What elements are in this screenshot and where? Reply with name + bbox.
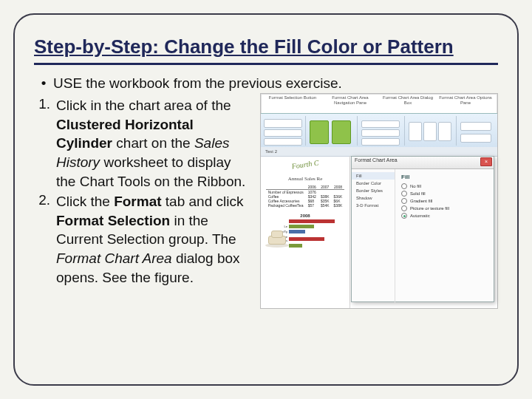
close-icon[interactable]: × xyxy=(480,157,492,166)
radio-gradient-fill[interactable]: Gradient fill xyxy=(401,198,488,204)
shape-fill-button[interactable] xyxy=(361,120,400,128)
dialog-nav-pane: Fill Border Color Border Styles Shadow 3… xyxy=(352,169,395,304)
ribbon-group-selection xyxy=(261,116,306,146)
step-number: 2. xyxy=(34,192,56,208)
callout: Format Chart Area Dialog Box xyxy=(379,95,437,105)
screenshot-figure: Format Selection Button Format Chart Are… xyxy=(260,93,498,309)
slide-title: Step-by-Step: Change the Fill Color or P… xyxy=(34,35,498,58)
radio-automatic[interactable]: Automatic xyxy=(401,213,488,219)
content-area: •USE the workbook from the previous exer… xyxy=(34,75,498,287)
step-text: Click the Format tab and click Format Se… xyxy=(56,192,247,287)
ribbon-group-size xyxy=(456,116,497,146)
height-input[interactable] xyxy=(460,122,491,131)
callout: Format Selection Button xyxy=(264,95,321,100)
dialog-titlebar: Format Chart Area × xyxy=(352,157,494,169)
shape-outline-button[interactable] xyxy=(361,129,400,137)
nav-item-shadow[interactable]: Shadow xyxy=(352,194,395,202)
shape-style-1[interactable] xyxy=(310,120,329,144)
chart-bar-row xyxy=(265,219,345,223)
intro-text: USE the workbook from the previous exerc… xyxy=(53,75,342,91)
selection-dropdown[interactable] xyxy=(264,119,302,128)
ribbon-group-shapefill xyxy=(357,116,405,146)
wordart-style-3[interactable] xyxy=(438,122,451,141)
table-row: Packaged Coffee/Tea$57$54K$38K xyxy=(266,203,345,208)
radio-no-fill[interactable]: No fill xyxy=(401,183,488,189)
nav-item-border-styles[interactable]: Border Styles xyxy=(352,187,395,194)
width-input[interactable] xyxy=(460,134,491,143)
sheet-subtitle: Annual Sales Re xyxy=(261,176,349,182)
step-text: Click in the chart area of the Clustered… xyxy=(56,96,247,191)
callout: Format Chart Area Navigation Pane xyxy=(321,95,379,105)
nav-item-border-color[interactable]: Border Color xyxy=(352,180,395,187)
figure-callouts: Format Selection Button Format Chart Are… xyxy=(261,94,497,113)
worksheet-area: Test 2 Fourth C Annual Sales Re 20062007… xyxy=(261,147,497,308)
title-underline xyxy=(34,63,498,65)
wordart-style-2[interactable] xyxy=(423,122,437,141)
format-chart-area-dialog: Format Chart Area × Fill Border Color Bo… xyxy=(351,156,494,302)
step-number: 1. xyxy=(34,96,56,112)
ribbon-group-styles xyxy=(305,116,358,146)
dialog-options-pane: Fill No fill Solid fill Gradient fill Pi… xyxy=(395,169,494,304)
dialog-body: Fill Border Color Border Styles Shadow 3… xyxy=(352,169,494,304)
cake-image xyxy=(265,227,289,248)
format-selection-button[interactable] xyxy=(264,129,302,137)
slide-frame: Step-by-Step: Change the Fill Color or P… xyxy=(13,13,519,386)
dialog-heading: Fill xyxy=(401,174,488,180)
ribbon-group-wordart xyxy=(404,116,457,146)
dialog-title-text: Format Chart Area xyxy=(355,157,398,163)
bullet-marker: • xyxy=(34,75,53,92)
callout: Format Chart Area Options Pane xyxy=(437,95,494,105)
sheet-script-title: Fourth C xyxy=(261,154,349,175)
nav-item-fill[interactable]: Fill xyxy=(352,172,395,180)
radio-solid-fill[interactable]: Solid fill xyxy=(401,191,488,197)
wordart-style-1[interactable] xyxy=(409,122,422,141)
intro-bullet: •USE the workbook from the previous exer… xyxy=(34,75,498,92)
data-table: 200620072008 Number of Espressos1076 Cof… xyxy=(266,185,345,208)
chart-title: 2008 xyxy=(265,214,345,218)
reset-style-button[interactable] xyxy=(264,138,302,146)
shape-style-2[interactable] xyxy=(332,120,351,144)
radio-picture-fill[interactable]: Picture or texture fill xyxy=(401,205,488,211)
shape-effects-button[interactable] xyxy=(361,138,400,146)
excel-ribbon xyxy=(261,113,497,149)
nav-item-3d-format[interactable]: 3-D Format xyxy=(352,202,395,209)
worksheet-left: Fourth C Annual Sales Re 200620072008 Nu… xyxy=(261,156,350,308)
